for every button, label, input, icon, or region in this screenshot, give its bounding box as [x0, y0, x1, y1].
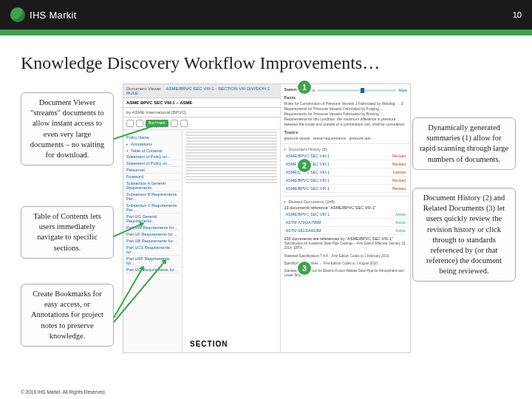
toc-heading-policy[interactable]: Policy Name	[126, 135, 179, 140]
toolbar-find-icon[interactable]	[136, 120, 143, 127]
callout-right-1: Dynamically generated summaries (1) allo…	[412, 117, 516, 170]
doc-subhead: ASME BPVC SEC VIII-1 – ASME	[123, 98, 280, 108]
toc-item[interactable]: Part UF Requirements for…	[126, 231, 179, 238]
history-header[interactable]: Document History (8)	[288, 147, 327, 151]
doc-section-label: SECTION	[190, 340, 228, 348]
callout-left-3: Create Bookmarks for easy access, or Ann…	[21, 284, 114, 347]
toolbar-share-icon[interactable]	[180, 120, 188, 127]
facts-label: Facts	[284, 95, 407, 100]
toc-item[interactable]: Personnel	[126, 167, 179, 174]
toc-item[interactable]: Part UCI Requirements for…	[126, 267, 179, 273]
history-row: ASME/BPVC SEC VIII-1Revised	[284, 185, 407, 193]
related-row: ASTM A813/A813MActive	[284, 227, 407, 235]
callout-right-2: Document History (2) and Related Documen…	[412, 188, 516, 282]
topics-text: pressure vessel · vessel requirements · …	[284, 136, 407, 140]
badge-2: 2	[298, 159, 311, 172]
toc-heading-annotations: ▸Annotations	[126, 142, 179, 146]
brand-logo-icon	[10, 7, 25, 22]
toc-item[interactable]: Part UCS Requirements for…	[126, 245, 179, 256]
copyright-footer: © 2018 IHS Markit. All Rights Reserved.	[21, 389, 106, 395]
toolbar-zoom-icon[interactable]	[126, 120, 134, 127]
related-subheader-1: 13 documents reference "ASME/BPVC SEC VI…	[284, 205, 407, 210]
history-row: ASME/BPVC SEC VIII-1Revised	[284, 177, 407, 185]
toc-item[interactable]: Statement of Policy on…	[126, 154, 179, 160]
callout-left-1: Document Viewer "streams" documents to a…	[21, 92, 114, 166]
toc-item[interactable]: Part UB Requirements for…	[126, 238, 179, 245]
related-note: Specification for Austenitic Steel Pipe …	[284, 242, 407, 251]
toc-item[interactable]: Subsection A General Requirements	[126, 180, 179, 191]
toc-item[interactable]: Subsection C Requirements Per…	[126, 202, 179, 214]
slide-title: Knowledge Discovery Workflow Improvement…	[0, 35, 532, 81]
page-number: 10	[513, 10, 522, 19]
brand-name: IHS Markit	[30, 10, 77, 21]
badge-3: 3	[298, 262, 311, 275]
screenshot-composite: Document Viewer ASME/BPVC SEC VIII-1 - S…	[123, 83, 411, 353]
toc-heading-toc: ▾Table of Contents	[126, 149, 179, 153]
topics-label: Topics	[284, 130, 407, 134]
slide-content: Document Viewer "streams" documents to a…	[0, 81, 532, 369]
callout-left-2: Table of Contents lets users immediately…	[21, 206, 114, 259]
toc-item[interactable]: Statement of Policy on…	[126, 160, 179, 167]
doc-page: SECTION	[183, 130, 280, 352]
toc-item[interactable]: Foreword	[126, 174, 179, 180]
toc-sidebar: Policy Name ▸Annotations ▾Table of Conte…	[123, 130, 183, 352]
toolbar-print-icon[interactable]	[171, 120, 178, 127]
related-note: Flattened Specifications T-4-4 – First E…	[284, 254, 407, 259]
brand-logo: IHS Markit	[10, 7, 77, 22]
summary-more: More	[399, 88, 407, 92]
toc-item[interactable]: Part UG General Requirements…	[126, 214, 179, 225]
related-row: ASME/BPVC SEC VIII-1Active	[284, 211, 407, 219]
toc-item[interactable]: Part UNF Requirements for…	[126, 256, 179, 267]
accent-strip	[0, 30, 532, 35]
doc-viewer-panel: Document Viewer ASME/BPVC SEC VIII-1 - S…	[123, 84, 281, 352]
related-header[interactable]: Related Documents (248)	[288, 200, 335, 204]
facts-text: Rules for Construction of Pressure Vesse…	[284, 101, 407, 127]
related-row: ASTM A790/A790MActive	[284, 219, 407, 227]
brand-header: IHS Markit 10	[0, 0, 532, 30]
related-subheader-2: 235 documents are referenced by "ASME/BP…	[284, 236, 407, 241]
toc-item[interactable]: Subsection B Requirements Per…	[126, 191, 179, 202]
insight-panel: Summary Less More Facts Rules for Constr…	[281, 84, 410, 352]
slider-handle-icon[interactable]	[361, 88, 364, 93]
doc-publisher: by ASME International [BPVC]	[123, 108, 280, 117]
badge-1: 1	[298, 81, 311, 94]
